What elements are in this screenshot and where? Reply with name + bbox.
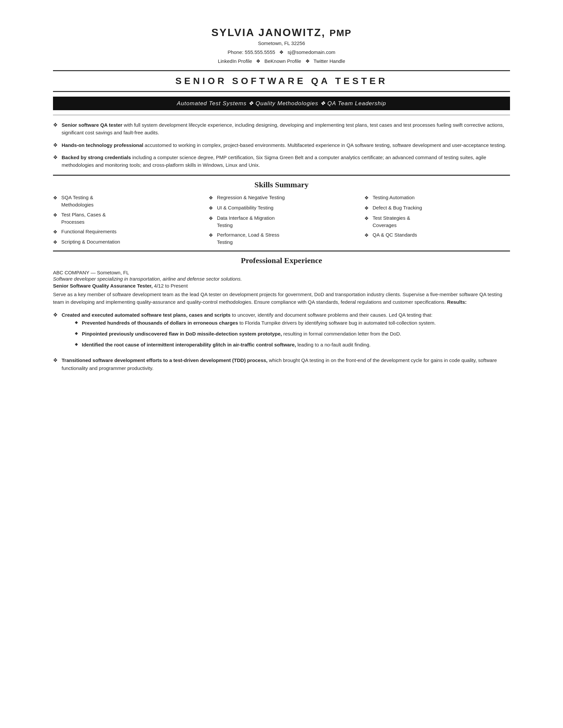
skill-label-10: Defect & Bug Tracking [373,204,422,211]
skill-label-7: Data Interface & MigrationTesting [217,214,274,229]
summary-text-1: Senior software QA tester with full syst… [62,121,510,137]
tagline-bar: Automated Test Systems ❖ Quality Methodo… [53,97,510,110]
phone-email-line: Phone: 555.555.5555 ❖ sj@somedomain.com [53,48,510,57]
location: Sometown, FL 32256 [258,40,305,46]
skills-section-header: Skills Summary [53,180,510,189]
skill-label-9: Testing Automation [373,194,415,201]
company-name: ABC COMPANY — Sometown, FL [53,270,510,275]
twitter: Twitter Handle [313,58,345,64]
beknown: BeKnown Profile [264,58,301,64]
sub-diamond-1: ◆ [75,320,78,325]
skill-label-1: SQA Testing &Methodologies [61,194,94,208]
skill-label-11: Test Strategies &Coverages [373,214,410,229]
job-entry-1: ABC COMPANY — Sometown, FL Software deve… [53,270,510,372]
skills-col-3: ❖ Testing Automation ❖ Defect & Bug Trac… [364,194,510,246]
skill-label-2: Test Plans, Cases &Processes [61,211,106,226]
candidate-name: SYLVIA JANOWITZ, PMP [53,26,510,39]
title-divider-bottom [53,91,510,92]
sub-bullet-bold-1: Prevented hundreds of thousands of dolla… [82,320,238,326]
summary-item-1: ❖ Senior software QA tester with full sy… [53,121,510,137]
skill-label-12: QA & QC Standards [373,231,417,239]
summary-bold-2: Hands-on technology professional [62,142,143,148]
skill-label-6: UI & Compatibility Testing [217,204,273,211]
skills-top-divider [53,175,510,176]
experience-section-header: Professional Experience [53,256,510,265]
summary-item-3: ❖ Backed by strong credentials including… [53,154,510,169]
job-role: Senior Software Quality Assurance Tester… [53,283,510,289]
summary-bold-1: Senior software QA tester [62,122,122,128]
skill-label-4: Scripting & Documentation [61,238,120,246]
sub-diamond-2: ◆ [75,331,78,336]
skill-label-5: Regression & Negative Testing [217,194,285,201]
skill-diamond-7: ❖ [209,215,213,222]
skill-item-1: ❖ SQA Testing &Methodologies [53,194,199,208]
sub-bullet-text-1: Prevented hundreds of thousands of dolla… [82,319,436,327]
skill-diamond-6: ❖ [209,205,213,212]
exp-bullet-rest-1: to uncover, identify and document softwa… [230,312,433,318]
sub-bullet-text-2: Pinpointed previously undiscovered flaw … [82,330,401,338]
skill-diamond-1: ❖ [53,194,57,202]
exp-bullet-bold-1: Created and executed automated software … [62,312,230,318]
role-date: 4/12 to Present [153,283,188,289]
company-tagline: Software developer specializing in trans… [53,276,510,282]
results-label: Results: [447,299,467,305]
exp-diamond-1: ❖ [53,312,58,318]
contact-info: Sometown, FL 32256 Phone: 555.555.5555 ❖… [53,39,510,66]
sub-bullet-bold-2: Pinpointed previously undiscovered flaw … [82,331,282,337]
summary-text-3: Backed by strong credentials including a… [62,154,510,169]
resume-header: SYLVIA JANOWITZ, PMP Sometown, FL 32256 … [53,26,510,66]
skill-diamond-4: ❖ [53,239,57,246]
skill-item-11: ❖ Test Strategies &Coverages [364,214,510,229]
skill-diamond-10: ❖ [364,205,369,212]
skill-item-4: ❖ Scripting & Documentation [53,238,199,246]
skill-label-3: Functional Requirements [61,228,117,235]
desc-text: Serve as a key member of software develo… [53,292,502,305]
location-line: Sometown, FL 32256 [53,39,510,48]
sub-bullet-rest-1: to Florida Turnpike drivers by identifyi… [238,320,436,326]
exp-bullet-bold-2: Transitioned software development effort… [62,357,267,363]
diamond-icon-3: ❖ [53,154,58,160]
summary-item-2: ❖ Hands-on technology professional accus… [53,141,510,149]
summary-section: ❖ Senior software QA tester with full sy… [53,121,510,169]
job-description: Serve as a key member of software develo… [53,291,510,306]
skills-col-2: ❖ Regression & Negative Testing ❖ UI & C… [209,194,354,246]
skill-diamond-5: ❖ [209,194,213,202]
skill-item-2: ❖ Test Plans, Cases &Processes [53,211,199,226]
sub-bullet-text-3: Identified the root cause of intermitten… [82,341,371,348]
credential-text: PMP [330,28,352,38]
skill-item-12: ❖ QA & QC Standards [364,231,510,239]
skill-diamond-9: ❖ [364,194,369,202]
skill-diamond-12: ❖ [364,232,369,239]
summary-rest-2: accustomed to working in complex, projec… [143,142,506,148]
diamond-icon-2: ❖ [53,142,58,148]
summary-text-2: Hands-on technology professional accusto… [62,141,506,149]
phone: Phone: 555.555.5555 [227,49,275,55]
header-divider [53,70,510,71]
name-text: SYLVIA JANOWITZ, [211,26,326,38]
sep1: ❖ [279,49,284,55]
skill-diamond-2: ❖ [53,211,57,219]
skill-item-6: ❖ UI & Compatibility Testing [209,204,354,212]
email: sj@somedomain.com [288,49,335,55]
exp-bullet-2: ❖ Transitioned software development effo… [53,356,510,372]
skill-item-7: ❖ Data Interface & MigrationTesting [209,214,354,229]
experience-top-divider [53,250,510,251]
exp-bullet-text-1: Created and executed automated software … [62,311,436,319]
skill-item-8: ❖ Performance, Load & StressTesting [209,231,354,246]
exp-bullet-text-2: Transitioned software development effort… [62,356,510,372]
exp-diamond-2: ❖ [53,357,58,363]
skill-diamond-8: ❖ [209,232,213,239]
main-job-title: SENIOR SOFTWARE QA TESTER [53,76,510,86]
sub-bullet-3: ◆ Identified the root cause of intermitt… [75,341,436,348]
tagline-divider [53,115,510,115]
social-line: LinkedIn Profile ❖ BeKnown Profile ❖ Twi… [53,57,510,66]
summary-bold-3: Backed by strong credentials [62,155,131,160]
skill-diamond-3: ❖ [53,228,57,236]
skills-grid: ❖ SQA Testing &Methodologies ❖ Test Plan… [53,194,510,246]
skill-item-3: ❖ Functional Requirements [53,228,199,236]
sep2: ❖ [256,58,260,64]
skills-col-1: ❖ SQA Testing &Methodologies ❖ Test Plan… [53,194,199,246]
sub-diamond-3: ◆ [75,342,78,346]
sep3: ❖ [305,58,310,64]
skill-diamond-11: ❖ [364,215,369,222]
